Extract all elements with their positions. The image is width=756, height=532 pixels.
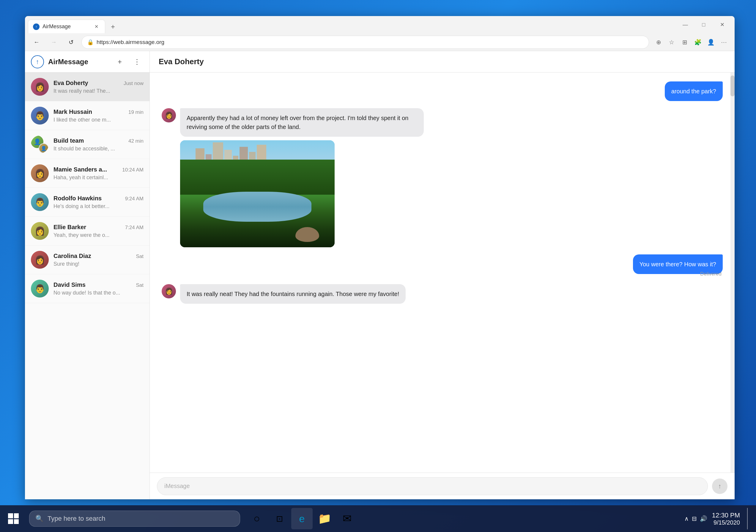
browser-toolbar-right: ⊕ ☆ ⊞ 🧩 👤 ⋯ [653,36,730,48]
conv-time: Just now [123,81,144,87]
conversation-item-build-team[interactable]: 👤 👤 Build team 42 min It should be acces… [25,130,149,159]
settings-icon[interactable]: ⋯ [718,36,730,48]
refresh-button[interactable]: ↺ [64,35,78,49]
edge-icon: e [299,513,305,524]
avatar-rodolfo-hawkins: 👨 [31,193,49,211]
file-explorer-icon: 📁 [318,512,331,525]
conv-info-rodolfo-hawkins: Rodolfo Hawkins 9:24 AM He's doing a lot… [53,195,144,209]
airmessage-logo: ↑ [31,55,44,68]
browser-window: ↑ AirMessage ✕ + — □ ✕ ← → ↺ 🔒 https://w… [25,16,735,499]
conversation-sidebar: ↑ AirMessage + ⋮ 👩 Eva Doherty Just now [25,51,150,499]
tab-bar: ↑ AirMessage ✕ + [25,16,676,33]
message-bubble-received-1: Apparently they had a lot of money left … [180,108,424,137]
favorites-icon[interactable]: ☆ [666,36,678,48]
add-tab-icon[interactable]: ⊕ [653,36,664,48]
airmessage-title: AirMessage [48,58,109,66]
sidebar-header: ↑ AirMessage + ⋮ [25,51,149,72]
search-icon: 🔍 [35,515,43,522]
conv-time: Sat [136,282,144,288]
chat-messages[interactable]: around the park? 👩 Apparently they had a… [150,72,735,472]
mail-button[interactable]: ✉ [337,508,358,529]
close-button[interactable]: ✕ [713,18,731,31]
message-avatar-eva-2: 👩 [162,284,176,298]
clock-time: 12:30 PM [712,512,740,519]
send-button[interactable]: ↑ [712,478,727,494]
chat-scrollbar-thumb[interactable] [730,75,735,96]
conv-preview: Yeah, they were the o... [53,232,144,238]
conv-name: Mark Hussain [53,109,92,115]
tray-network-icon[interactable]: ⊟ [692,515,697,522]
conv-time: 19 min [128,109,144,115]
extensions-icon[interactable]: 🧩 [692,36,704,48]
conv-name: David Sims [53,281,86,288]
start-button[interactable] [0,505,27,532]
avatar-carolina-diaz: 👩 [31,251,49,269]
conversation-item-carolina-diaz[interactable]: 👩 Carolina Diaz Sat Sure thing! [25,246,149,274]
system-tray: ∧ ⊟ 🔊 [684,515,707,522]
clock-date: 9/15/2020 [712,519,740,526]
taskbar-clock[interactable]: 12:30 PM 9/15/2020 [712,512,740,526]
conv-preview: It was really neat! The... [53,88,144,94]
conv-info-david-sims: David Sims Sat No way dude! Is that the … [53,281,144,296]
task-view-icon: ⊡ [276,514,283,524]
maximize-button[interactable]: □ [695,18,713,31]
conversation-item-mamie-sanders[interactable]: 👩 Mamie Sanders a... 10:24 AM Haha, yeah… [25,159,149,188]
conversation-item-rodolfo-hawkins[interactable]: 👨 Rodolfo Hawkins 9:24 AM He's doing a l… [25,188,149,217]
imessage-input[interactable]: iMessage [157,477,708,495]
minimize-button[interactable]: — [676,18,694,31]
conv-time: Sat [136,253,144,259]
lock-icon: 🔒 [87,39,94,45]
conv-time: 10:24 AM [122,167,144,173]
chat-area: Eva Doherty around the park? 👩 [150,51,735,499]
cortana-button[interactable]: ○ [246,508,267,529]
tab-favicon: ↑ [33,23,40,30]
forward-button[interactable]: → [47,35,61,49]
conv-info-mark-hussain: Mark Hussain 19 min I liked the other on… [53,109,144,123]
window-controls: — □ ✕ [676,18,735,31]
conv-preview: Haha, yeah it certainl... [53,174,144,181]
chat-scrollbar-track[interactable] [730,72,735,472]
tray-chevron[interactable]: ∧ [684,515,689,522]
new-tab-button[interactable]: + [106,20,120,33]
taskbar: 🔍 Type here to search ○ ⊡ e 📁 ✉ ∧ ⊟ 🔊 12… [0,505,756,532]
profile-icon[interactable]: 👤 [705,36,717,48]
conv-preview: I liked the other one m... [53,117,144,123]
task-view-button[interactable]: ⊡ [269,508,290,529]
conv-preview: He's doing a lot better... [53,203,144,209]
show-desktop-button[interactable] [747,508,750,529]
conversation-item-mark-hussain[interactable]: 👨 Mark Hussain 19 min I liked the other … [25,101,149,130]
active-tab[interactable]: ↑ AirMessage ✕ [28,20,105,33]
collections-icon[interactable]: ⊞ [679,36,690,48]
message-avatar-eva: 👩 [162,108,176,122]
conv-info-build-team: Build team 42 min It should be accessibl… [53,137,144,152]
taskbar-search[interactable]: 🔍 Type here to search [29,511,240,527]
tray-volume-icon[interactable]: 🔊 [700,515,707,522]
avatar-david-sims: 👨 [31,280,49,298]
tab-close-button[interactable]: ✕ [93,23,100,31]
conversation-list: 👩 Eva Doherty Just now It was really nea… [25,72,149,499]
conversation-item-david-sims[interactable]: 👨 David Sims Sat No way dude! Is that th… [25,274,149,303]
compose-button[interactable]: + [113,55,126,68]
conv-name: Rodolfo Hawkins [53,195,102,202]
conversation-item-ellie-barker[interactable]: 👩 Ellie Barker 7:24 AM Yeah, they were t… [25,217,149,246]
taskbar-app-tray: ○ ⊡ e 📁 ✉ [246,508,358,529]
conversation-item-eva-doherty[interactable]: 👩 Eva Doherty Just now It was really nea… [25,72,149,101]
cortana-icon: ○ [254,512,260,525]
conv-name: Carolina Diaz [53,253,91,259]
conv-preview: It should be accessible, ... [53,146,144,152]
more-options-button[interactable]: ⋮ [130,55,144,68]
conv-info-eva-doherty: Eva Doherty Just now It was really neat!… [53,80,144,94]
chat-input-area: iMessage ↑ [150,472,735,499]
back-button[interactable]: ← [30,35,43,49]
conv-info-ellie-barker: Ellie Barker 7:24 AM Yeah, they were the… [53,224,144,238]
title-bar: ↑ AirMessage ✕ + — □ ✕ [25,16,735,33]
conv-name: Build team [53,137,84,144]
avatar-ellie-barker: 👩 [31,222,49,240]
edge-button[interactable]: e [291,508,312,529]
conv-name: Mamie Sanders a... [53,166,107,173]
url-text: https://web.airmessage.org [96,39,643,45]
chat-contact-name: Eva Doherty [159,57,204,66]
delivered-label: Delivered [700,271,721,277]
address-bar[interactable]: 🔒 https://web.airmessage.org [81,36,649,49]
file-explorer-button[interactable]: 📁 [314,508,335,529]
